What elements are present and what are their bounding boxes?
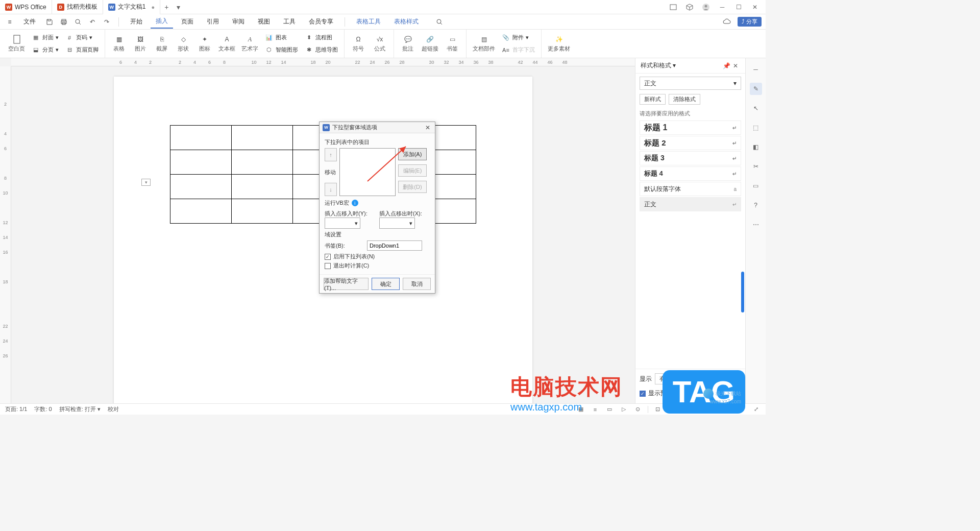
view-read-icon[interactable]: ▷	[619, 405, 628, 414]
edit-item-button[interactable]: 编辑(E)	[398, 164, 427, 177]
search-icon[interactable]	[434, 16, 445, 28]
chart-button[interactable]: 📊图表	[261, 32, 301, 43]
zoom-in-icon[interactable]: +	[737, 405, 746, 414]
page-status[interactable]: 页面: 1/1	[5, 405, 27, 413]
comment-button[interactable]: 💬批注	[397, 34, 419, 54]
screenshot-button[interactable]: ⎘截屏	[151, 34, 173, 54]
zoom-out-icon[interactable]: −	[687, 405, 696, 414]
redo-icon[interactable]: ↷	[101, 16, 112, 28]
help-rail-icon[interactable]: ?	[750, 199, 762, 211]
menu-home[interactable]: 开始	[125, 15, 148, 28]
scroll-indicator[interactable]	[741, 272, 744, 312]
collapse-rail-icon[interactable]: ─	[750, 63, 762, 76]
bookmark-input[interactable]	[367, 240, 422, 251]
reading-icon[interactable]	[669, 3, 678, 12]
maximize-icon[interactable]: ☐	[734, 3, 743, 12]
undo-icon[interactable]: ↶	[87, 16, 98, 28]
clear-format-button[interactable]: 清除格式	[669, 94, 700, 105]
fit-icon[interactable]: ⊡	[653, 405, 663, 414]
bookmark-button[interactable]: ▭书签	[442, 34, 463, 54]
cancel-button[interactable]: 取消	[403, 278, 431, 290]
edit-rail-icon[interactable]: ✎	[750, 83, 762, 95]
more-rail-icon[interactable]: ⋯	[750, 219, 762, 231]
menu-page[interactable]: 页面	[176, 15, 199, 28]
table-button[interactable]: ▦表格	[108, 34, 130, 54]
menu-insert[interactable]: 插入	[151, 15, 173, 29]
save-icon[interactable]	[44, 16, 55, 28]
header-footer-button[interactable]: ⊟页眉页脚	[62, 44, 102, 56]
dialog-titlebar[interactable]: W 下拉型窗体域选项 ✕	[320, 122, 435, 133]
share-button[interactable]: ⤴ 分享	[738, 17, 762, 27]
entry-macro-combo[interactable]: ▾	[325, 218, 360, 229]
flowchart-button[interactable]: ⬍流程图	[301, 32, 341, 43]
print-icon[interactable]	[58, 16, 69, 28]
preview-checkbox[interactable]: ✓	[640, 391, 646, 397]
cloud-icon[interactable]	[721, 16, 732, 28]
tools-rail-icon[interactable]: ✂	[750, 160, 762, 173]
exit-calc-checkbox[interactable]	[325, 263, 331, 269]
current-style-dropdown[interactable]: 正文▾	[640, 77, 741, 90]
info-icon[interactable]: i	[352, 200, 358, 206]
zoom-slider[interactable]	[701, 408, 732, 410]
picture-button[interactable]: 🖼图片	[130, 34, 151, 54]
close-panel-icon[interactable]: ✕	[731, 61, 740, 70]
avatar-icon[interactable]	[701, 3, 710, 12]
word-count[interactable]: 字数: 0	[34, 405, 52, 413]
spellcheck-status[interactable]: 拼写检查: 打开 ▾	[59, 405, 101, 413]
view-outline-icon[interactable]: ≡	[591, 405, 600, 414]
menu-view[interactable]: 视图	[253, 15, 275, 28]
layers-rail-icon[interactable]: ⬚	[750, 122, 762, 134]
tab-list-dropdown[interactable]: ▾	[173, 3, 184, 11]
menu-references[interactable]: 引用	[202, 15, 224, 28]
minimize-icon[interactable]: ─	[718, 3, 727, 12]
menu-icon[interactable]: ≡	[4, 16, 15, 28]
cube-icon[interactable]	[685, 3, 694, 12]
close-window-icon[interactable]: ✕	[750, 3, 760, 12]
pagebreak-button[interactable]: ⬓分页▾	[28, 44, 62, 56]
book-rail-icon[interactable]: ▭	[750, 180, 762, 192]
symbol-button[interactable]: Ω符号	[348, 34, 369, 54]
assets-rail-icon[interactable]: ◧	[750, 141, 762, 153]
hyperlink-button[interactable]: 🔗超链接	[419, 34, 442, 54]
view-print-icon[interactable]: ▦	[576, 405, 585, 414]
textbox-button[interactable]: A文本框	[215, 34, 238, 54]
move-down-button[interactable]: ↓	[325, 183, 337, 196]
menu-member[interactable]: 会员专享	[304, 15, 338, 28]
print-preview-icon[interactable]	[72, 16, 84, 28]
style-heading-2[interactable]: 标题 2↵	[640, 136, 741, 150]
dropdown-items-listbox[interactable]	[339, 148, 396, 196]
select-rail-icon[interactable]: ↖	[750, 102, 762, 114]
pin-icon[interactable]: 📌	[722, 61, 731, 70]
zoom-level[interactable]: 133%	[668, 406, 682, 413]
app-tab-wps[interactable]: W WPS Office	[0, 0, 52, 14]
attachment-button[interactable]: 📎附件▾	[498, 32, 538, 43]
close-tab-icon[interactable]: ●	[151, 4, 155, 10]
menu-tools[interactable]: 工具	[278, 15, 301, 28]
cover-button[interactable]: ▦封面▾	[28, 32, 62, 43]
new-tab-button[interactable]: +	[160, 3, 173, 11]
menu-table-tools[interactable]: 表格工具	[351, 15, 386, 28]
icons-button[interactable]: ✦图标	[194, 34, 215, 54]
vertical-ruler[interactable]: 24681012141618222426	[0, 66, 11, 403]
smart-layout-link[interactable]: 智能排版	[717, 389, 741, 398]
smartart-button[interactable]: ⬡智能图形	[261, 44, 301, 56]
app-tab-templates[interactable]: D 找稻壳模板	[52, 0, 103, 14]
blank-page-button[interactable]: 空白页	[5, 34, 28, 54]
menu-table-style[interactable]: 表格样式	[389, 15, 424, 28]
docparts-button[interactable]: ▤文档部件	[470, 34, 498, 54]
close-dialog-icon[interactable]: ✕	[424, 124, 432, 132]
table-handle-icon[interactable]: ▾	[141, 179, 151, 186]
equation-button[interactable]: √x公式	[369, 34, 390, 54]
more-assets-button[interactable]: ✨更多素材	[545, 34, 573, 54]
view-web-icon[interactable]: ▭	[605, 405, 614, 414]
style-heading-3[interactable]: 标题 3↵	[640, 151, 741, 165]
enable-dropdown-checkbox[interactable]: ✓	[325, 254, 331, 260]
wordart-button[interactable]: A艺术字	[238, 34, 261, 54]
style-heading-1[interactable]: 标题 1↵	[640, 120, 741, 135]
add-item-button[interactable]: 添加(A)	[398, 148, 427, 160]
help-text-button[interactable]: 添加帮助文字(T)...	[324, 278, 369, 290]
style-default-font[interactable]: 默认段落字体a	[640, 182, 741, 196]
style-body[interactable]: 正文↵	[640, 197, 741, 211]
ok-button[interactable]: 确定	[372, 278, 400, 290]
new-style-button[interactable]: 新样式	[640, 94, 666, 105]
